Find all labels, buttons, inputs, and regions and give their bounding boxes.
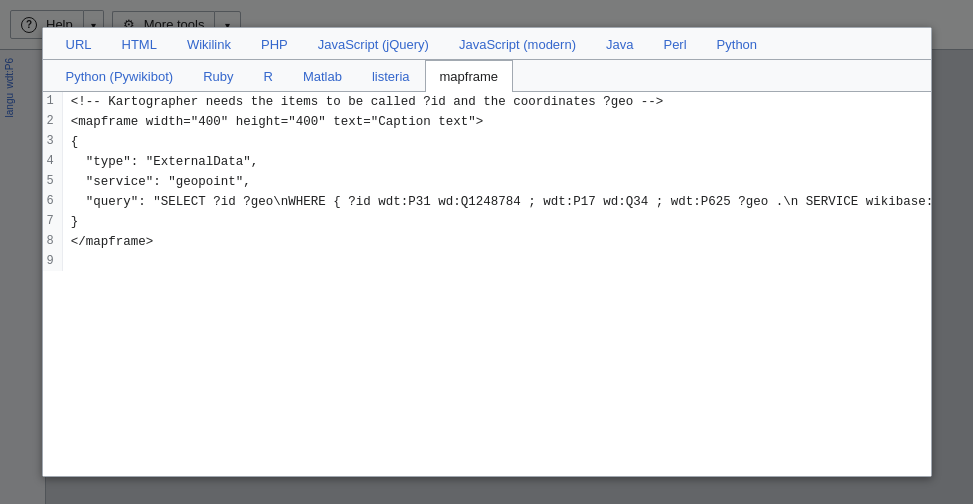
tab-matlab[interactable]: Matlab (288, 60, 357, 92)
tab-bar-row1: URLHTMLWikilinkPHPJavaScript (jQuery)Jav… (43, 28, 931, 60)
tab-wikilink[interactable]: Wikilink (172, 28, 246, 60)
tab-html[interactable]: HTML (107, 28, 172, 60)
table-row: 6 "query": "SELECT ?id ?geo\nWHERE { ?id… (43, 192, 931, 212)
tab-bar-row2: Python (Pywikibot)RubyRMatlablisteriamap… (43, 60, 931, 92)
tab-pywikibot[interactable]: Python (Pywikibot) (51, 60, 189, 92)
table-row: 1<!-- Kartographer needs the items to be… (43, 92, 931, 112)
line-number: 2 (43, 112, 63, 132)
line-code: "service": "geopoint", (62, 172, 930, 192)
line-number: 6 (43, 192, 63, 212)
tab-listeria[interactable]: listeria (357, 60, 425, 92)
tab-php[interactable]: PHP (246, 28, 303, 60)
table-row: 3{ (43, 132, 931, 152)
tab-jquery[interactable]: JavaScript (jQuery) (303, 28, 444, 60)
line-number: 1 (43, 92, 63, 112)
tab-mapframe[interactable]: mapframe (425, 60, 514, 92)
line-number: 9 (43, 252, 63, 271)
line-number: 5 (43, 172, 63, 192)
table-row: 4 "type": "ExternalData", (43, 152, 931, 172)
line-code: { (62, 132, 930, 152)
line-number: 3 (43, 132, 63, 152)
code-area[interactable]: 1<!-- Kartographer needs the items to be… (43, 92, 931, 476)
line-code (62, 252, 930, 271)
line-code: "query": "SELECT ?id ?geo\nWHERE { ?id w… (62, 192, 930, 212)
dialog: URLHTMLWikilinkPHPJavaScript (jQuery)Jav… (42, 27, 932, 477)
line-number: 8 (43, 232, 63, 252)
line-code: "type": "ExternalData", (62, 152, 930, 172)
tab-java[interactable]: Java (591, 28, 648, 60)
tab-url[interactable]: URL (51, 28, 107, 60)
line-number: 7 (43, 212, 63, 232)
line-code: <mapframe width="400" height="400" text=… (62, 112, 930, 132)
table-row: 9 (43, 252, 931, 271)
line-code: </mapframe> (62, 232, 930, 252)
table-row: 7} (43, 212, 931, 232)
code-table: 1<!-- Kartographer needs the items to be… (43, 92, 931, 271)
line-code: } (62, 212, 930, 232)
line-number: 4 (43, 152, 63, 172)
tab-perl[interactable]: Perl (648, 28, 701, 60)
table-row: 5 "service": "geopoint", (43, 172, 931, 192)
tab-r[interactable]: R (249, 60, 288, 92)
table-row: 8</mapframe> (43, 232, 931, 252)
tab-ruby[interactable]: Ruby (188, 60, 248, 92)
tab-modern[interactable]: JavaScript (modern) (444, 28, 591, 60)
modal-overlay: URLHTMLWikilinkPHPJavaScript (jQuery)Jav… (0, 0, 973, 504)
table-row: 2<mapframe width="400" height="400" text… (43, 112, 931, 132)
tab-python[interactable]: Python (702, 28, 772, 60)
line-code: <!-- Kartographer needs the items to be … (62, 92, 930, 112)
